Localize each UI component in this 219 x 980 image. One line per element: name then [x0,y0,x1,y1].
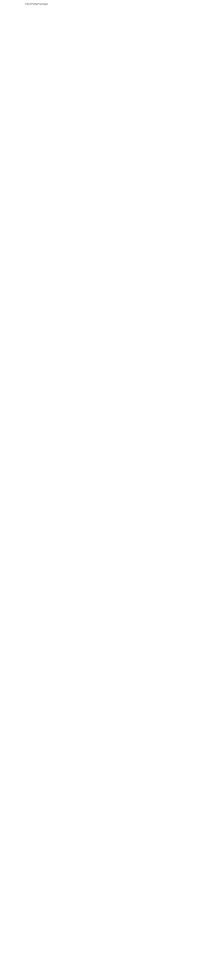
type-header: Flex1PartyPropType [25,3,48,5]
